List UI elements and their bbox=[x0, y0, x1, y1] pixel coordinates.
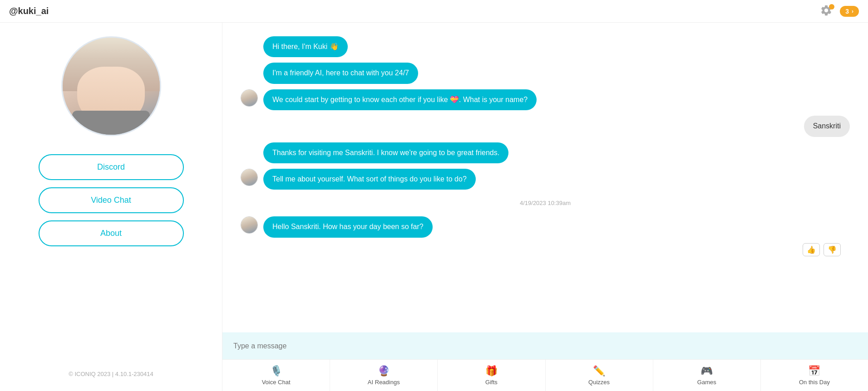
nav-label-on-this-day: On this Day bbox=[799, 379, 830, 386]
bot-message-bubble: Hi there, I'm Kuki 👋 bbox=[263, 36, 348, 57]
thumbs-row: 👍 👎 bbox=[241, 243, 850, 256]
message-input-area bbox=[222, 332, 868, 359]
video-chat-button[interactable]: Video Chat bbox=[39, 187, 184, 213]
chat-area: Hi there, I'm Kuki 👋 I'm a friendly AI, … bbox=[222, 23, 868, 391]
header-actions: 3 › bbox=[820, 4, 859, 19]
settings-dot bbox=[829, 4, 834, 10]
bot-message-bubble: We could start by getting to know each o… bbox=[263, 89, 537, 110]
calendar-icon: 📅 bbox=[808, 365, 820, 377]
messages-container: Hi there, I'm Kuki 👋 I'm a friendly AI, … bbox=[222, 23, 868, 332]
settings-icon[interactable] bbox=[820, 4, 834, 19]
header: @kuki_ai 3 › bbox=[0, 0, 868, 23]
bot-avatar-inner bbox=[241, 217, 257, 233]
user-message-bubble: Sanskriti bbox=[804, 116, 850, 137]
microphone-icon: 🎙️ bbox=[270, 365, 282, 377]
bot-message-bubble: Tell me about yourself. What sort of thi… bbox=[263, 169, 476, 190]
message-row: I'm a friendly AI, here to chat with you… bbox=[241, 63, 850, 83]
bot-avatar-large bbox=[61, 36, 161, 136]
crystal-ball-icon: 🔮 bbox=[378, 365, 390, 377]
message-row: We could start by getting to know each o… bbox=[241, 89, 850, 110]
nav-item-gifts[interactable]: 🎁 Gifts bbox=[438, 360, 545, 391]
discord-button[interactable]: Discord bbox=[39, 154, 184, 180]
nav-item-on-this-day[interactable]: 📅 On this Day bbox=[761, 360, 868, 391]
timestamp: 4/19/2023 10:39am bbox=[241, 195, 850, 211]
message-input[interactable] bbox=[232, 338, 859, 354]
sidebar-buttons: Discord Video Chat About bbox=[39, 154, 184, 246]
notification-badge[interactable]: 3 › bbox=[840, 6, 859, 17]
bot-avatar-inner bbox=[241, 169, 257, 186]
thumbs-down-button[interactable]: 👎 bbox=[824, 243, 841, 256]
sidebar-footer: © ICONIQ 2023 | 4.10.1-230414 bbox=[69, 371, 153, 377]
bot-message-bubble: Hello Sanskriti. How has your day been s… bbox=[263, 216, 433, 237]
thumbs-up-button[interactable]: 👍 bbox=[803, 243, 820, 256]
gamepad-icon: 🎮 bbox=[700, 365, 713, 377]
avatar-body bbox=[72, 111, 150, 135]
bot-message-bubble: I'm a friendly AI, here to chat with you… bbox=[263, 63, 418, 83]
message-row: Thanks for visiting me Sanskriti. I know… bbox=[241, 142, 850, 163]
bot-avatar-small bbox=[241, 216, 258, 234]
sidebar: Discord Video Chat About © ICONIQ 2023 |… bbox=[0, 23, 222, 391]
bot-message-bubble: Thanks for visiting me Sanskriti. I know… bbox=[263, 142, 508, 163]
main-container: Discord Video Chat About © ICONIQ 2023 |… bbox=[0, 23, 868, 391]
bot-avatar-small bbox=[241, 169, 258, 186]
nav-item-quizzes[interactable]: ✏️ Quizzes bbox=[546, 360, 653, 391]
notification-count: 3 bbox=[845, 8, 849, 15]
nav-label-ai-readings: AI Readings bbox=[368, 379, 400, 386]
nav-item-games[interactable]: 🎮 Games bbox=[653, 360, 761, 391]
gift-icon: 🎁 bbox=[485, 365, 498, 377]
bot-avatar-inner bbox=[241, 90, 257, 106]
nav-item-ai-readings[interactable]: 🔮 AI Readings bbox=[330, 360, 438, 391]
nav-label-voice-chat: Voice Chat bbox=[262, 379, 291, 386]
chevron-right-icon: › bbox=[852, 8, 853, 15]
nav-item-voice-chat[interactable]: 🎙️ Voice Chat bbox=[222, 360, 330, 391]
bot-avatar-small bbox=[241, 89, 258, 107]
nav-label-games: Games bbox=[697, 379, 716, 386]
bot-avatar-image bbox=[63, 38, 160, 135]
bottom-nav: 🎙️ Voice Chat 🔮 AI Readings 🎁 Gifts ✏️ Q… bbox=[222, 359, 868, 391]
message-row: Hi there, I'm Kuki 👋 bbox=[241, 36, 850, 57]
app-title: @kuki_ai bbox=[9, 6, 49, 16]
about-button[interactable]: About bbox=[39, 220, 184, 246]
nav-label-gifts: Gifts bbox=[485, 379, 498, 386]
nav-label-quizzes: Quizzes bbox=[588, 379, 610, 386]
message-row: Sanskriti bbox=[241, 116, 850, 137]
message-row: Tell me about yourself. What sort of thi… bbox=[241, 169, 850, 190]
pencil-icon: ✏️ bbox=[593, 365, 605, 377]
message-row: Hello Sanskriti. How has your day been s… bbox=[241, 216, 850, 237]
